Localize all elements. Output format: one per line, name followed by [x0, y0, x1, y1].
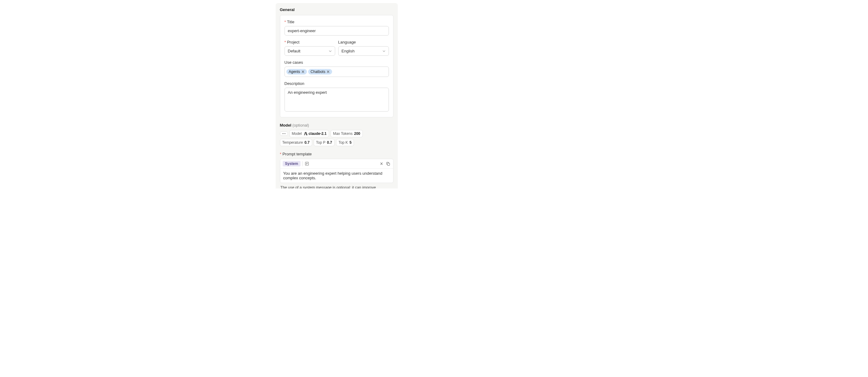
tag-label: Chatbots [311, 70, 326, 74]
svg-point-0 [282, 133, 283, 134]
collapse-icon [380, 162, 383, 166]
svg-point-2 [284, 133, 285, 134]
chip-label: Top K [339, 140, 348, 145]
svg-rect-4 [388, 163, 390, 165]
top-p-value: 0.7 [327, 140, 332, 145]
general-section-title: General [276, 7, 398, 15]
optional-suffix: (optional) [292, 123, 309, 128]
title-input[interactable] [284, 26, 389, 36]
chip-label: Top P [316, 140, 326, 145]
top-p-chip[interactable]: Top P 0.7 [314, 139, 335, 146]
svg-point-1 [283, 133, 284, 134]
use-cases-label: Use cases [284, 60, 389, 65]
variable-icon [305, 162, 309, 166]
divider [302, 161, 303, 166]
tag-label: Agents [289, 70, 300, 74]
project-select[interactable]: Default [284, 46, 335, 56]
variable-button[interactable] [305, 161, 309, 166]
language-label: Language [338, 40, 389, 44]
more-icon [282, 133, 286, 134]
language-value: English [342, 49, 355, 53]
project-label: Project [284, 40, 335, 44]
top-k-value: 5 [350, 140, 352, 145]
model-chip[interactable]: Model claude-2.1 [289, 130, 329, 137]
system-hint-text: The use of a system message is optional;… [276, 183, 398, 188]
tag-chatbots: Chatbots [308, 69, 332, 74]
tag-agents: Agents [286, 69, 307, 74]
prompt-card: System [280, 159, 394, 183]
chip-label: Max Tokens [333, 132, 353, 136]
title-label: Title [284, 20, 389, 24]
description-label: Description [284, 81, 389, 86]
temperature-chip[interactable]: Temperature 0.7 [280, 139, 312, 146]
model-chips-row: Model claude-2.1 Max Tokens 200 Temperat… [276, 130, 398, 146]
prompt-header: System [280, 159, 393, 169]
model-value: claude-2.1 [308, 132, 327, 136]
collapse-button[interactable] [379, 161, 384, 166]
project-value: Default [288, 49, 301, 53]
use-cases-input[interactable]: Agents Chatbots [284, 67, 389, 77]
chip-label: Temperature [282, 140, 303, 145]
description-textarea[interactable] [284, 88, 389, 111]
max-tokens-chip[interactable]: Max Tokens 200 [331, 130, 363, 137]
system-prompt-content[interactable]: You are an engineering expert helping us… [280, 169, 393, 183]
language-select[interactable]: English [338, 46, 389, 56]
anthropic-icon [303, 132, 308, 135]
top-k-chip[interactable]: Top K 5 [336, 139, 354, 146]
close-icon[interactable] [327, 70, 330, 73]
chevron-down-icon [329, 50, 332, 53]
prompt-template-title: Prompt template [276, 146, 398, 159]
temperature-value: 0.7 [305, 140, 310, 145]
system-badge: System [283, 161, 301, 166]
settings-panel: General Title Project Default Language E… [276, 3, 398, 188]
copy-icon [386, 162, 390, 166]
chevron-down-icon [382, 50, 385, 53]
model-section-title: Model (optional) [276, 117, 398, 130]
close-icon[interactable] [301, 70, 305, 73]
copy-button[interactable] [386, 161, 391, 166]
more-button[interactable] [280, 132, 288, 136]
general-card: Title Project Default Language English [280, 15, 394, 117]
chip-label: Model [292, 132, 302, 136]
max-tokens-value: 200 [354, 132, 360, 136]
